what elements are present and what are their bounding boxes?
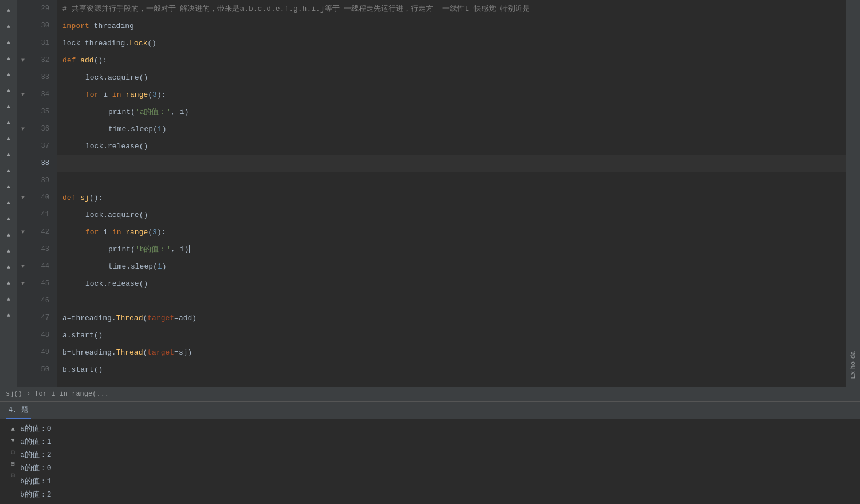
token-plain: ( xyxy=(131,108,135,116)
code-line-29[interactable]: # 共享资源并行手段的，一般对于 解决进的，带来是a.b.c.d.e.f.g.h… xyxy=(57,0,846,17)
sidebar-label-ex[interactable]: Ex xyxy=(850,371,857,379)
line-number-41: 41 xyxy=(33,206,49,223)
fold-gutter-item-34[interactable]: ▼ xyxy=(17,86,29,103)
console-settings-icon[interactable]: ⊡ xyxy=(8,470,18,480)
token-plain: lock. xyxy=(85,73,108,82)
line-number-49: 49 xyxy=(33,344,49,361)
arrow-up16-icon[interactable]: ▲ xyxy=(1,243,16,258)
token-var: i xyxy=(103,90,108,99)
code-area[interactable]: # 共享资源并行手段的，一般对于 解决进的，带来是a.b.c.d.e.f.g.h… xyxy=(57,0,846,387)
console-filter-icon[interactable]: ⊟ xyxy=(8,458,18,468)
token-plain: ( xyxy=(153,125,158,133)
token-method: acquire xyxy=(108,211,139,219)
arrow-up-icon[interactable]: ▲ xyxy=(1,3,16,18)
code-line-45[interactable]: lock.release() xyxy=(57,275,846,292)
code-line-48[interactable]: a.start() xyxy=(57,326,846,344)
fold-gutter-item-42[interactable]: ▼ xyxy=(17,223,29,241)
arrow-up18-icon[interactable]: ▲ xyxy=(1,275,16,290)
fold-gutter-item-40[interactable]: ▼ xyxy=(17,189,29,206)
console-tab-active[interactable]: 4. 题 xyxy=(6,402,31,419)
token-plain: ( xyxy=(143,348,147,357)
arrow-up6-icon[interactable]: ▲ xyxy=(1,83,16,98)
arrow-up17-icon[interactable]: ▲ xyxy=(1,259,16,274)
code-line-40[interactable]: def sj(): xyxy=(57,189,846,206)
fold-gutter-item-45[interactable]: ▼ xyxy=(17,275,29,292)
arrow-up2-icon[interactable]: ▲ xyxy=(1,19,16,34)
fold-gutter-item-36[interactable]: ▼ xyxy=(17,120,29,137)
console-copy-icon[interactable]: ⊞ xyxy=(8,447,18,457)
editor-area: ▼▼▼▼▼▼▼ 29303132333435363738394041424344… xyxy=(17,0,846,387)
token-plain: b. xyxy=(62,365,72,374)
code-line-43[interactable]: print('b的值：', i) xyxy=(57,241,846,258)
arrow-up8-icon[interactable]: ▲ xyxy=(1,115,16,130)
token-plain: () xyxy=(94,365,103,374)
arrow-up4-icon[interactable]: ▲ xyxy=(1,51,16,66)
token-comment: # 共享资源并行手段的，一般对于 解决进的，带来是a.b.c.d.e.f.g.h… xyxy=(62,3,530,14)
line-number-40: 40 xyxy=(33,189,49,206)
code-line-50[interactable]: b.start() xyxy=(57,361,846,378)
token-fn: range xyxy=(125,228,148,237)
arrow-up3-icon[interactable]: ▲ xyxy=(1,35,16,50)
code-line-41[interactable]: lock.acquire() xyxy=(57,206,846,223)
code-line-46[interactable] xyxy=(57,292,846,309)
console-output: a的值：0a的值：1a的值：2b的值：0b的值：1b的值：2 xyxy=(20,422,854,501)
fold-gutter-item-35 xyxy=(17,103,29,120)
arrow-up13-icon[interactable]: ▲ xyxy=(1,195,16,210)
sidebar-label-da[interactable]: da xyxy=(850,351,857,359)
code-line-38[interactable] xyxy=(57,155,846,172)
arrow-up19-icon[interactable]: ▲ xyxy=(1,292,16,306)
console-down-icon[interactable]: ▼ xyxy=(8,435,18,446)
code-line-49[interactable]: b=threading.Thread(target=sj) xyxy=(57,344,846,361)
fold-gutter-item-49 xyxy=(17,344,29,361)
code-line-42[interactable]: for i in range(3): xyxy=(57,223,846,241)
code-line-31[interactable]: lock=threading.Lock() xyxy=(57,34,846,52)
fold-gutter-item-43 xyxy=(17,241,29,258)
token-plain: , i) xyxy=(171,245,189,254)
token-plain: (): xyxy=(89,194,103,202)
line-number-39: 39 xyxy=(33,172,49,189)
arrow-up12-icon[interactable]: ▲ xyxy=(1,179,16,194)
code-line-44[interactable]: time.sleep(1) xyxy=(57,258,846,275)
token-plain: a. xyxy=(62,331,72,340)
token-kw: def xyxy=(62,56,76,65)
arrow-up14-icon[interactable]: ▲ xyxy=(1,211,16,226)
token-kw: in xyxy=(112,228,121,237)
console-up-icon[interactable]: ▲ xyxy=(8,424,18,434)
fold-gutter-item-30 xyxy=(17,17,29,34)
fold-gutter-item-32[interactable]: ▼ xyxy=(17,52,29,69)
code-line-35[interactable]: print('a的值：', i) xyxy=(57,103,846,120)
token-plain xyxy=(121,228,125,237)
token-plain: =threading. xyxy=(80,39,129,48)
token-builtin: print xyxy=(108,108,131,116)
code-line-30[interactable]: import threading xyxy=(57,17,846,34)
token-plain: () xyxy=(139,142,148,151)
token-plain: ( xyxy=(131,245,135,254)
token-plain: lock. xyxy=(85,211,108,219)
code-line-39[interactable] xyxy=(57,172,846,189)
code-line-37[interactable]: lock.release() xyxy=(57,137,846,155)
token-method: sleep xyxy=(131,262,153,271)
code-line-33[interactable]: lock.acquire() xyxy=(57,69,846,86)
line-number-46: 46 xyxy=(33,292,49,309)
fold-gutter-item-50 xyxy=(17,361,29,378)
code-line-32[interactable]: def add(): xyxy=(57,52,846,69)
code-line-34[interactable]: for i in range(3): xyxy=(57,86,846,103)
line-number-35: 35 xyxy=(33,103,49,120)
token-fn: add xyxy=(80,56,93,65)
token-method: release xyxy=(108,279,139,288)
fold-gutter-item-44[interactable]: ▼ xyxy=(17,258,29,275)
arrow-up20-icon[interactable]: ▲ xyxy=(1,308,16,322)
line-number-29: 29 xyxy=(33,0,49,17)
arrow-up15-icon[interactable]: ▲ xyxy=(1,227,16,242)
arrow-up9-icon[interactable]: ▲ xyxy=(1,131,16,146)
token-var: a xyxy=(62,314,67,322)
sidebar-label-ho[interactable]: ho xyxy=(850,361,857,369)
output-line-4: b的值：1 xyxy=(20,475,854,487)
token-fn: Lock xyxy=(129,39,147,48)
arrow-up7-icon[interactable]: ▲ xyxy=(1,99,16,114)
arrow-up11-icon[interactable]: ▲ xyxy=(1,163,16,178)
arrow-up10-icon[interactable]: ▲ xyxy=(1,147,16,162)
code-line-36[interactable]: time.sleep(1) xyxy=(57,120,846,137)
code-line-47[interactable]: a=threading.Thread(target=add) xyxy=(57,309,846,326)
arrow-up5-icon[interactable]: ▲ xyxy=(1,67,16,82)
